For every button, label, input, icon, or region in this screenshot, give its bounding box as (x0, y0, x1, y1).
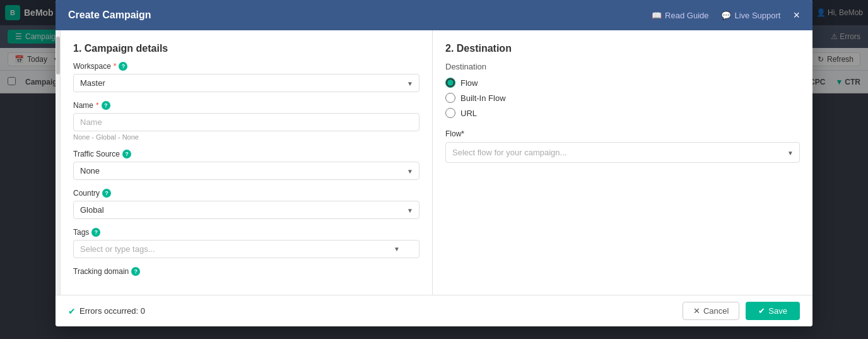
live-support-link[interactable]: 💬 Live Support (721, 11, 780, 20)
modal-header-actions: 📖 Read Guide 💬 Live Support × (652, 9, 800, 21)
right-panel-title: 2. Destination (433, 30, 812, 62)
read-guide-label: Read Guide (665, 11, 708, 20)
flow-select[interactable]: Select flow for your campaign... (445, 142, 800, 163)
radio-flow[interactable]: Flow (445, 78, 800, 88)
tags-group: Tags ? Select or type tags... ▼ (73, 228, 419, 258)
workspace-label: Workspace * ? (73, 62, 419, 71)
radio-flow-input[interactable] (445, 78, 455, 88)
destination-radio-group: Flow Built-In Flow URL (445, 78, 800, 118)
create-campaign-modal: Create Campaign 📖 Read Guide 💬 Live Supp… (56, 0, 812, 326)
country-label: Country ? (73, 189, 419, 198)
radio-built-in-flow-input[interactable] (445, 93, 455, 103)
traffic-source-help-icon[interactable]: ? (122, 150, 131, 158)
scroll-track (56, 30, 61, 295)
destination-section-title: Destination (445, 62, 800, 71)
flow-select-group: Flow* Select flow for your campaign... ▼ (445, 129, 800, 163)
name-help-icon[interactable]: ? (102, 101, 110, 110)
left-panel-title: 1. Campaign details (61, 30, 432, 62)
tags-label: Tags ? (73, 228, 419, 237)
save-button[interactable]: ✔ Save (746, 302, 800, 320)
modal-footer: ✔ Errors occurred: 0 ✕ Cancel ✔ Save (56, 295, 812, 326)
name-input[interactable] (73, 113, 419, 131)
country-help-icon[interactable]: ? (102, 189, 111, 198)
status-ok-icon: ✔ (68, 306, 76, 316)
workspace-help-icon[interactable]: ? (119, 62, 127, 71)
radio-url-label: URL (460, 109, 477, 118)
tags-chevron-icon: ▼ (394, 246, 400, 253)
tags-input[interactable]: Select or type tags... ▼ (73, 240, 419, 258)
save-icon: ✔ (758, 306, 765, 316)
workspace-group: Workspace * ? Master ▼ (73, 62, 419, 92)
tracking-domain-label: Tracking domain ? (73, 267, 419, 276)
save-label: Save (768, 306, 787, 316)
modal-overlay: Create Campaign 📖 Read Guide 💬 Live Supp… (0, 0, 868, 339)
support-icon: 💬 (721, 11, 731, 20)
read-guide-link[interactable]: 📖 Read Guide (652, 11, 708, 20)
right-panel-content: Destination Flow Built-In Flow (433, 62, 812, 295)
radio-url-input[interactable] (445, 108, 455, 118)
tags-select-wrapper: Select or type tags... ▼ (73, 240, 419, 258)
modal-title: Create Campaign (68, 9, 151, 21)
traffic-source-label: Traffic Source ? (73, 150, 419, 158)
tracking-domain-help-icon[interactable]: ? (131, 267, 140, 276)
radio-built-in-flow[interactable]: Built-In Flow (445, 93, 800, 103)
flow-label: Flow* (445, 129, 800, 138)
left-panel-scroll: Workspace * ? Master ▼ (61, 62, 432, 295)
tags-help-icon[interactable]: ? (91, 228, 100, 237)
name-required: * (96, 101, 99, 110)
live-support-label: Live Support (734, 11, 780, 20)
modal-body: 1. Campaign details Workspace * ? Master (56, 30, 812, 295)
scroll-thumb (56, 37, 60, 74)
traffic-source-select-wrapper: None ▼ (73, 162, 419, 180)
workspace-required: * (114, 62, 117, 71)
cancel-icon: ✕ (693, 306, 700, 316)
error-status-text: Errors occurred: 0 (79, 306, 145, 316)
radio-built-in-flow-label: Built-In Flow (460, 93, 506, 103)
flow-select-wrapper: Select flow for your campaign... ▼ (445, 142, 800, 163)
radio-flow-label: Flow (460, 78, 478, 88)
workspace-select-wrapper: Master ▼ (73, 74, 419, 92)
country-select[interactable]: Global (73, 201, 419, 219)
cancel-label: Cancel (703, 306, 729, 316)
book-icon: 📖 (652, 11, 662, 20)
right-panel: 2. Destination Destination Flow Built-In… (433, 30, 812, 295)
radio-url[interactable]: URL (445, 108, 800, 118)
footer-actions: ✕ Cancel ✔ Save (683, 302, 800, 320)
name-hint: None - Global - None (73, 133, 419, 141)
name-label: Name * ? (73, 101, 419, 110)
country-group: Country ? Global ▼ (73, 189, 419, 219)
cancel-button[interactable]: ✕ Cancel (683, 302, 739, 320)
traffic-source-group: Traffic Source ? None ▼ (73, 150, 419, 180)
modal-close-btn[interactable]: × (793, 9, 800, 21)
name-group: Name * ? None - Global - None (73, 101, 419, 141)
traffic-source-select[interactable]: None (73, 162, 419, 180)
left-panel: 1. Campaign details Workspace * ? Master (61, 30, 433, 295)
tracking-domain-group: Tracking domain ? (73, 267, 419, 276)
country-select-wrapper: Global ▼ (73, 201, 419, 219)
modal-header: Create Campaign 📖 Read Guide 💬 Live Supp… (56, 0, 812, 30)
tags-placeholder: Select or type tags... (80, 244, 155, 254)
footer-status: ✔ Errors occurred: 0 (68, 306, 145, 316)
workspace-select[interactable]: Master (73, 74, 419, 92)
